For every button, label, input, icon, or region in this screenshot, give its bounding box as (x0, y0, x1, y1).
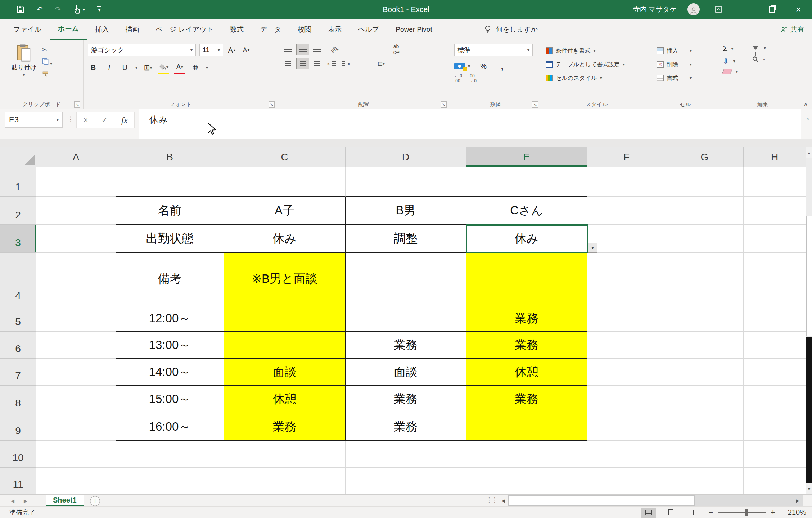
row-header-7[interactable]: 7 (0, 359, 36, 386)
insert-cells-button[interactable]: 挿入 ▾ (657, 44, 714, 58)
cell-G6[interactable] (666, 332, 744, 359)
merge-center-icon[interactable]: ⊞▾ (369, 58, 394, 69)
fill-color-icon[interactable]: ▾ (158, 61, 169, 74)
cell-dropdown-button[interactable]: ▼ (588, 243, 597, 253)
number-format-select[interactable]: 標準▾ (454, 44, 533, 56)
horizontal-scrollbar[interactable] (508, 495, 803, 506)
cell-C7[interactable]: 面談 (224, 359, 346, 386)
sheet-nav-left-icon[interactable]: ◀ (11, 498, 14, 504)
copy-icon[interactable]: ▾ (42, 58, 52, 67)
increase-indent-icon[interactable]: ⇥ (340, 58, 352, 69)
accounting-format-icon[interactable]: ▾ (454, 63, 470, 69)
align-middle-icon[interactable] (297, 44, 309, 55)
cell-F10[interactable] (587, 441, 666, 468)
cell-C8[interactable]: 休憩 (224, 386, 346, 413)
cell-B9[interactable]: 16:00～ (116, 413, 224, 441)
align-top-icon[interactable] (282, 44, 294, 55)
tab-file[interactable]: ファイル (5, 19, 50, 40)
name-box[interactable]: E3 ▾ (5, 112, 63, 128)
borders-icon[interactable]: ⊞▾ (143, 62, 153, 73)
cell-A4[interactable] (36, 253, 116, 305)
cell-F1[interactable] (587, 167, 666, 197)
cell-H2[interactable] (744, 197, 806, 225)
cell-D7[interactable]: 面談 (346, 359, 466, 386)
tab-help[interactable]: ヘルプ (350, 19, 387, 40)
cell-D5[interactable] (346, 305, 466, 332)
avatar[interactable] (687, 3, 700, 15)
cell-B5[interactable]: 12:00～ (116, 305, 224, 332)
decrease-indent-icon[interactable]: ⇤ (325, 58, 338, 69)
cell-C6[interactable] (224, 332, 346, 359)
row-header-9[interactable]: 9 (0, 413, 36, 441)
row-header-5[interactable]: 5 (0, 305, 36, 332)
comma-style-icon[interactable]: , (497, 60, 508, 72)
cell-H7[interactable] (744, 359, 806, 386)
cell-A1[interactable] (36, 167, 116, 197)
cell-E10[interactable] (466, 441, 587, 468)
cell-B6[interactable]: 13:00～ (116, 332, 224, 359)
align-bottom-icon[interactable] (311, 44, 323, 55)
cell-E3[interactable]: 休み (466, 225, 587, 253)
cell-H5[interactable] (744, 305, 806, 332)
cell-D9[interactable]: 業務 (346, 413, 466, 441)
cell-F4[interactable] (587, 253, 666, 305)
font-name-select[interactable]: 游ゴシック▾ (88, 44, 196, 56)
font-size-select[interactable]: 11▾ (199, 44, 223, 56)
confirm-entry-icon[interactable]: ✓ (102, 115, 108, 125)
cell-H4[interactable] (744, 253, 806, 305)
col-header-A[interactable]: A (36, 147, 116, 167)
horizontal-scrollbar-thumb[interactable] (508, 495, 695, 506)
align-center-icon[interactable] (297, 58, 309, 69)
cell-E8[interactable]: 業務 (466, 386, 587, 413)
cell-E7[interactable]: 休憩 (466, 359, 587, 386)
sheet-tab-sheet1[interactable]: Sheet1 (46, 495, 84, 506)
ribbon-display-options-icon[interactable] (710, 2, 726, 17)
tell-me[interactable]: 何をしますか (484, 19, 538, 40)
cell-B4[interactable]: 備考 (116, 253, 224, 305)
cell-F3[interactable] (587, 225, 666, 253)
cell-F6[interactable] (587, 332, 666, 359)
cell-G4[interactable] (666, 253, 744, 305)
row-header-2[interactable]: 2 (0, 197, 36, 225)
cell-E9[interactable] (466, 413, 587, 441)
vertical-scrollbar[interactable]: ▲ ▼ (806, 147, 812, 494)
cell-A5[interactable] (36, 305, 116, 332)
cell-H11[interactable] (744, 468, 806, 494)
scroll-down-icon[interactable]: ▼ (806, 483, 812, 494)
cell-H8[interactable] (744, 386, 806, 413)
cell-D11[interactable] (346, 468, 466, 494)
tab-draw[interactable]: 描画 (117, 19, 148, 40)
cell-C9[interactable]: 業務 (224, 413, 346, 441)
tab-page-layout[interactable]: ページ レイアウト (148, 19, 222, 40)
tab-insert[interactable]: 挿入 (87, 19, 117, 40)
italic-button[interactable]: I (104, 62, 114, 73)
phonetic-dropdown[interactable]: ▾ (206, 65, 208, 70)
share-button[interactable]: 共有 (780, 19, 804, 40)
align-right-icon[interactable] (311, 58, 323, 69)
cell-H10[interactable] (744, 441, 806, 468)
decrease-decimal-icon[interactable]: .00→.0 (469, 73, 477, 83)
zoom-in-icon[interactable]: + (771, 508, 775, 517)
cut-icon[interactable]: ✂ (42, 46, 52, 54)
col-header-C[interactable]: C (224, 147, 346, 167)
cell-A7[interactable] (36, 359, 116, 386)
cancel-entry-icon[interactable]: × (84, 115, 88, 125)
col-header-D[interactable]: D (346, 147, 466, 167)
insert-function-icon[interactable]: fx (121, 115, 127, 125)
cell-E1[interactable] (466, 167, 587, 197)
cell-G7[interactable] (666, 359, 744, 386)
cell-G10[interactable] (666, 441, 744, 468)
cell-E6[interactable]: 業務 (466, 332, 587, 359)
view-normal-button[interactable] (641, 508, 656, 518)
cell-B11[interactable] (116, 468, 224, 494)
decrease-font-icon[interactable]: A▼ (241, 44, 252, 56)
row-header-11[interactable]: 11 (0, 468, 36, 494)
cell-A2[interactable] (36, 197, 116, 225)
cell-C4[interactable]: ※B男と面談 (224, 253, 346, 305)
cell-G9[interactable] (666, 413, 744, 441)
cell-A10[interactable] (36, 441, 116, 468)
cell-D6[interactable]: 業務 (346, 332, 466, 359)
tab-formulas[interactable]: 数式 (222, 19, 252, 40)
underline-dropdown[interactable]: ▾ (135, 65, 137, 70)
format-painter-icon[interactable] (42, 71, 52, 79)
